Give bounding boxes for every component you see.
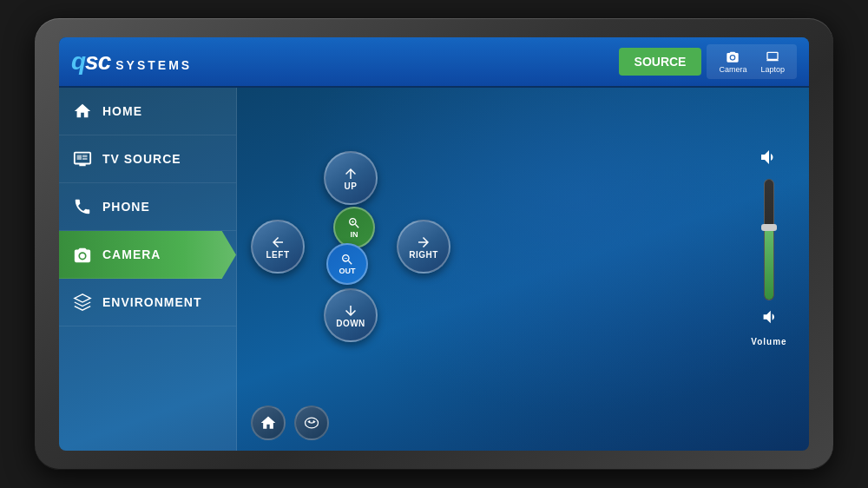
bottom-icons <box>237 406 809 451</box>
tv-source-icon <box>71 148 94 170</box>
phone-icon <box>71 195 94 218</box>
sidebar-label-phone: PHONE <box>102 200 150 214</box>
controls-wrapper: UP DOWN LEFT <box>237 88 809 406</box>
bottom-mask-button[interactable] <box>294 406 329 440</box>
ptz-right-button[interactable]: RIGHT <box>397 220 450 274</box>
main-area: HOME TV SOURCE <box>59 88 809 451</box>
volume-fill <box>765 228 773 300</box>
ptz-down-label: DOWN <box>336 319 365 328</box>
camera-nav-icon <box>71 243 94 266</box>
source-icons-panel: Camera Laptop <box>707 44 797 79</box>
logo: qsc SYSTEMS <box>71 48 192 76</box>
sidebar-item-camera[interactable]: CAMERA <box>59 231 236 279</box>
home-icon <box>71 100 94 122</box>
ptz-left-label: LEFT <box>266 250 290 260</box>
ptz-zoom-out-button[interactable]: OUT <box>326 243 368 285</box>
sidebar: HOME TV SOURCE <box>59 88 237 451</box>
source-icon-laptop[interactable]: Laptop <box>755 48 790 76</box>
device-frame: qsc SYSTEMS SOURCE Camera <box>35 18 833 470</box>
ptz-zoom-in-button[interactable]: IN <box>333 207 375 248</box>
logo-qsc: qsc <box>71 48 110 76</box>
volume-low-icon <box>760 307 779 330</box>
ptz-right-label: RIGHT <box>409 250 438 260</box>
volume-thumb[interactable] <box>761 224 777 231</box>
header-right: SOURCE Camera <box>619 44 797 79</box>
screen: qsc SYSTEMS SOURCE Camera <box>59 37 809 451</box>
ptz-up-label: UP <box>345 181 358 191</box>
sidebar-item-tv-source[interactable]: TV SOURCE <box>59 135 236 183</box>
logo-systems: SYSTEMS <box>115 58 192 72</box>
ptz-down-button[interactable]: DOWN <box>324 288 378 342</box>
ptz-controls: UP DOWN LEFT <box>251 151 450 342</box>
sidebar-label-home: HOME <box>102 104 142 118</box>
header: qsc SYSTEMS SOURCE Camera <box>59 37 809 88</box>
sidebar-label-tv-source: TV SOURCE <box>102 152 181 166</box>
volume-slider[interactable] <box>764 179 774 300</box>
bottom-home-button[interactable] <box>251 406 286 440</box>
sidebar-label-environment: ENVIRONMENT <box>102 295 201 309</box>
laptop-icon <box>763 49 782 63</box>
sidebar-item-home[interactable]: HOME <box>59 88 236 135</box>
source-icon-camera[interactable]: Camera <box>713 48 752 76</box>
source-button[interactable]: SOURCE <box>619 48 702 76</box>
laptop-icon-label: Laptop <box>760 65 785 74</box>
volume-high-icon <box>759 147 779 172</box>
sidebar-item-phone[interactable]: PHONE <box>59 183 236 231</box>
camera-icon-label: Camera <box>719 65 746 74</box>
zoom-in-label: IN <box>351 230 358 239</box>
volume-label: Volume <box>751 337 786 346</box>
svg-point-1 <box>309 420 311 422</box>
ptz-up-button[interactable]: UP <box>324 151 378 205</box>
ptz-left-button[interactable]: LEFT <box>251 220 305 274</box>
environment-icon <box>71 291 94 313</box>
content-area: UP DOWN LEFT <box>237 88 809 451</box>
sidebar-item-environment[interactable]: ENVIRONMENT <box>59 279 236 326</box>
sidebar-label-camera: CAMERA <box>102 247 161 261</box>
camera-icon <box>723 49 742 63</box>
svg-point-2 <box>313 420 315 422</box>
volume-panel: Volume <box>743 140 795 353</box>
zoom-out-label: OUT <box>339 267 356 275</box>
